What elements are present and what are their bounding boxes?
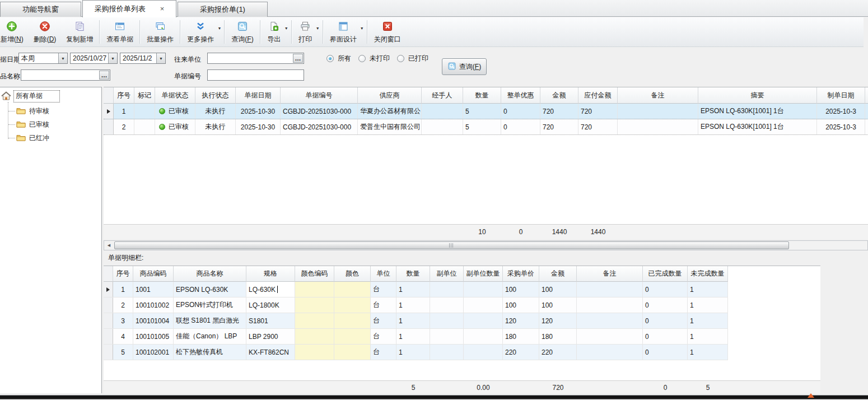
cell-qty[interactable]: 1 <box>396 282 430 297</box>
cell-docno[interactable]: CGBJD-20251030-000 <box>281 104 358 119</box>
cell-seq[interactable]: 1 <box>114 104 134 119</box>
cell-qty[interactable]: 1 <box>396 313 430 328</box>
cell-colorcode[interactable] <box>295 345 334 360</box>
column-header-code[interactable]: 商品编码 <box>133 266 174 282</box>
chevron-down-icon[interactable]: ▼ <box>58 53 67 63</box>
cell-price[interactable]: 220 <box>503 345 539 360</box>
cell-name[interactable]: EPSON LQ-630K <box>174 282 246 297</box>
cell-remark[interactable] <box>618 119 698 134</box>
add-button[interactable]: 新增(N) <box>0 19 29 45</box>
cell-undone[interactable]: 1 <box>688 282 728 297</box>
column-header-amount[interactable]: 金额 <box>539 266 577 282</box>
tab-quotation-list[interactable]: 采购报价单列表× <box>82 0 176 17</box>
column-header-remark[interactable]: 备注 <box>618 87 698 104</box>
column-header-docno[interactable]: 单据编号 <box>281 87 358 104</box>
cell-summary[interactable]: EPSON LQ-630K[1001] 1台 <box>698 119 817 134</box>
cell-mark[interactable] <box>134 119 155 134</box>
lookup-ellipsis-button[interactable]: … <box>293 54 303 63</box>
cell-code[interactable]: 100101002 <box>133 297 174 313</box>
cell-color[interactable] <box>334 329 371 344</box>
cell-exec[interactable]: 未执行 <box>195 104 236 119</box>
cell-subqty[interactable] <box>464 313 503 328</box>
cell-name[interactable]: 联想 S1801 黑白激光 <box>174 313 246 328</box>
cell-subunit[interactable] <box>430 345 464 360</box>
column-header-mark[interactable]: 标记 <box>134 87 155 104</box>
delete-button[interactable]: 删除(D) <box>29 19 62 45</box>
cell-discount[interactable]: 0 <box>501 104 540 119</box>
radio-all[interactable] <box>326 55 334 62</box>
cell-undone[interactable]: 1 <box>688 345 728 360</box>
cell-amount[interactable]: 720 <box>540 104 578 119</box>
date-preset-combo[interactable]: 本周▼ <box>18 53 68 64</box>
cell-summary[interactable]: EPSON LQ-630K[1001] 1台 <box>698 104 817 119</box>
close-window-button[interactable]: 关闭窗口 <box>369 19 406 45</box>
view-document-button[interactable]: 查看单据 <box>101 19 138 45</box>
cell-code[interactable]: 100102001 <box>133 345 174 360</box>
cell-subqty[interactable] <box>464 297 503 313</box>
cell-spec[interactable]: KX-FT862CN <box>246 345 295 360</box>
table-row[interactable]: 4100101005佳能（Canon） LBPLBP 2900台11801800… <box>104 329 728 345</box>
copy-new-button[interactable]: 复制新增 <box>61 19 98 45</box>
cell-unit[interactable]: 台 <box>371 329 396 344</box>
product-input[interactable]: … <box>21 69 110 81</box>
cell-done[interactable]: 0 <box>643 313 688 328</box>
cell-price[interactable]: 100 <box>503 282 539 297</box>
cell-seq[interactable]: 5 <box>113 345 133 360</box>
ui-design-button[interactable]: 界面设计 ▼ <box>325 19 366 45</box>
date-from-combo[interactable]: 2025/10/27▼ <box>70 53 118 64</box>
batch-operation-button[interactable]: 批量操作 <box>142 19 179 45</box>
column-header-unit[interactable]: 单位 <box>371 266 396 282</box>
column-header-colorcode[interactable]: 颜色编码 <box>295 266 334 282</box>
cell-done[interactable]: 0 <box>643 282 688 297</box>
chevron-down-icon[interactable]: ▼ <box>360 26 364 30</box>
cell-name[interactable]: 松下热敏传真机 <box>174 345 246 360</box>
column-header-created[interactable]: 制单日期 <box>817 87 865 104</box>
column-header-subqty[interactable]: 副单位数量 <box>464 266 503 282</box>
cell-status[interactable]: 已审核 <box>155 119 195 134</box>
cell-remark[interactable] <box>577 345 643 360</box>
cell-handler[interactable] <box>422 104 463 119</box>
cell-colorcode[interactable] <box>295 297 334 313</box>
cell-unit[interactable]: 台 <box>371 282 396 297</box>
cell-spec[interactable]: LQ-630K <box>246 282 295 297</box>
cell-remark[interactable] <box>577 329 643 344</box>
cell-docno[interactable]: CGBJD-20251030-000 <box>281 119 358 134</box>
cell-qty[interactable]: 5 <box>463 104 501 119</box>
cell-subqty[interactable] <box>464 329 503 344</box>
column-header-name[interactable]: 商品名称 <box>174 266 246 282</box>
cell-created[interactable]: 2025-10-3 <box>817 104 865 119</box>
query-button[interactable]: 查询(F) <box>442 58 487 75</box>
column-header-subunit[interactable]: 副单位 <box>430 266 464 282</box>
cell-exec[interactable]: 未执行 <box>195 119 236 134</box>
tree-item-pending-audit[interactable]: 待审核 <box>16 106 49 116</box>
cell-code[interactable]: 1001 <box>133 282 174 297</box>
cell-done[interactable]: 0 <box>643 345 688 360</box>
docno-input[interactable] <box>207 69 304 81</box>
column-header-supplier[interactable]: 供应商 <box>358 87 422 104</box>
cell-subunit[interactable] <box>430 313 464 328</box>
cell-created[interactable]: 2025-10-3 <box>817 119 865 134</box>
cell-amount[interactable]: 100 <box>539 282 577 297</box>
column-header-done[interactable]: 已完成数量 <box>643 266 688 282</box>
cell-amount[interactable]: 120 <box>539 313 577 328</box>
cell-colorcode[interactable] <box>295 282 334 297</box>
cell-colorcode[interactable] <box>295 329 334 344</box>
radio-printed[interactable] <box>397 55 404 62</box>
cell-date[interactable]: 2025-10-30 <box>236 104 281 119</box>
table-row[interactable]: 1已审核未执行2025-10-30CGBJD-20251030-000华夏办公器… <box>104 104 868 119</box>
cell-spec[interactable]: LQ-1800K <box>246 297 295 313</box>
column-header-exec[interactable]: 执行状态 <box>195 87 236 104</box>
cell-mark[interactable] <box>134 104 155 119</box>
column-header-handler[interactable]: 经手人 <box>422 87 463 104</box>
cell-seq[interactable]: 1 <box>113 282 133 297</box>
table-row[interactable]: 2已审核未执行2025-10-30CGBJD-20251030-000爱普生中国… <box>104 119 868 135</box>
cell-status[interactable]: 已审核 <box>155 104 195 119</box>
cell-qty[interactable]: 5 <box>463 119 501 134</box>
cell-unit[interactable]: 台 <box>371 297 396 313</box>
column-header-payable[interactable]: 应付金额 <box>578 87 618 104</box>
column-header-date[interactable]: 单据日期 <box>236 87 281 104</box>
cell-qty[interactable]: 1 <box>396 297 430 313</box>
print-button[interactable]: 打印 ▼ <box>293 19 321 45</box>
column-header-color[interactable]: 颜色 <box>334 266 371 282</box>
chevron-down-icon[interactable]: ▼ <box>108 53 117 63</box>
